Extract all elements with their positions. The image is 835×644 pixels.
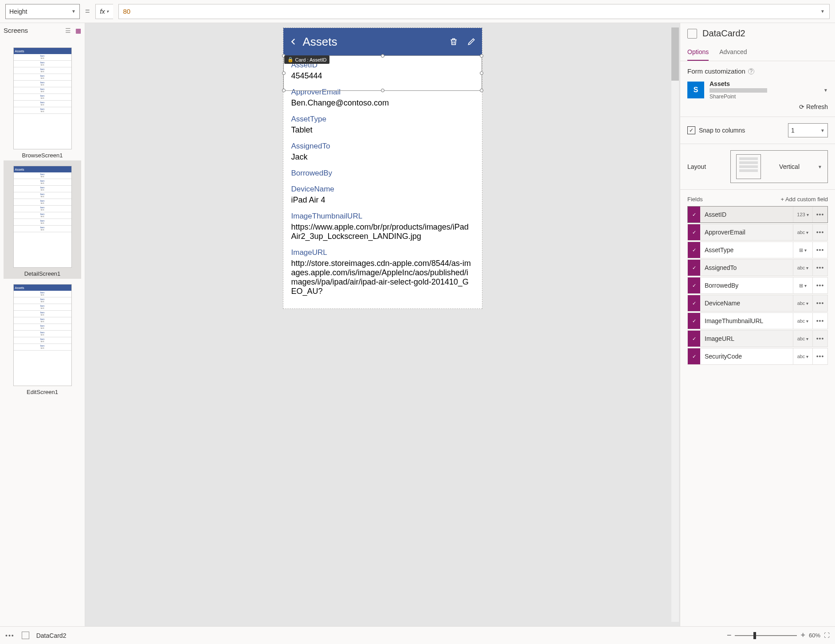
card-tooltip: 🔒 Card : AssetID xyxy=(284,55,330,64)
field-more-button[interactable]: ••• xyxy=(812,331,827,347)
property-name: Height xyxy=(9,8,27,15)
field-checkbox[interactable]: ✓ xyxy=(688,260,700,276)
screen-thumb-browsescreen1[interactable]: AssetsItemtextItemtextItemtextItemtextIt… xyxy=(4,42,81,160)
field-row[interactable]: ✓ ImageURL abc ▾ ••• xyxy=(687,330,828,347)
field-checkbox[interactable]: ✓ xyxy=(688,348,700,364)
field-type-dropdown[interactable]: 123 ▾ xyxy=(793,207,812,222)
field-more-button[interactable]: ••• xyxy=(812,224,827,240)
screen-thumb-detailscreen1[interactable]: AssetsItemtextItemtextItemtextItemtextIt… xyxy=(4,160,81,279)
field-type-dropdown[interactable]: abc ▾ xyxy=(793,348,812,364)
status-bar: ••• DataCard2 − + 60% ⛶ xyxy=(0,626,835,644)
field-type-dropdown[interactable]: ⊞ ▾ xyxy=(793,242,812,258)
refresh-button[interactable]: ⟳ Refresh xyxy=(687,103,828,110)
field-name: ApproverEmail xyxy=(700,229,793,236)
fx-button[interactable]: fx ▾ xyxy=(95,4,113,19)
field-name: AssignedTo xyxy=(700,264,793,271)
field-row[interactable]: ✓ AssetType ⊞ ▾ ••• xyxy=(687,242,828,258)
field-checkbox[interactable]: ✓ xyxy=(688,242,700,258)
list-view-icon[interactable]: ☰ xyxy=(65,27,71,34)
chevron-down-icon: ▼ xyxy=(820,128,825,133)
field-type-dropdown[interactable]: abc ▾ xyxy=(793,295,812,311)
field-row[interactable]: ✓ AssignedTo abc ▾ ••• xyxy=(687,259,828,276)
field-row[interactable]: ✓ DeviceName abc ▾ ••• xyxy=(687,295,828,312)
field-name: DeviceName xyxy=(700,300,793,307)
chevron-down-icon: ▼ xyxy=(820,9,825,14)
snap-checkbox[interactable]: ✓ Snap to columns xyxy=(687,126,745,134)
field-value: Jack xyxy=(291,152,474,162)
canvas-scrollbar[interactable] xyxy=(671,27,679,622)
phone-preview[interactable]: Assets 🔒 Card : AssetID xyxy=(283,27,482,309)
field-row[interactable]: ✓ SecurityCode abc ▾ ••• xyxy=(687,348,828,365)
screen-thumb-label: EditScreen1 xyxy=(12,389,73,395)
breadcrumb-checkbox[interactable] xyxy=(22,632,29,639)
field-more-button[interactable]: ••• xyxy=(812,242,827,258)
snap-label: Snap to columns xyxy=(699,127,745,134)
field-row[interactable]: ✓ ImageThumbnailURL abc ▾ ••• xyxy=(687,312,828,329)
back-icon[interactable] xyxy=(290,38,298,46)
datasource-type: SharePoint xyxy=(710,94,818,100)
field-name: ImageURL xyxy=(700,335,793,342)
field-type-dropdown[interactable]: abc ▾ xyxy=(793,331,812,347)
field-value: iPad Air 4 xyxy=(291,195,474,205)
preview-field[interactable]: ImageURLhttp://store.storeimages.cdn-app… xyxy=(291,248,474,296)
field-type-dropdown[interactable]: ⊞ ▾ xyxy=(793,277,812,293)
field-row[interactable]: ✓ ApproverEmail abc ▾ ••• xyxy=(687,224,828,241)
field-type-dropdown[interactable]: abc ▾ xyxy=(793,224,812,240)
fit-screen-icon[interactable]: ⛶ xyxy=(824,632,830,639)
field-label: ImageThumbnailURL xyxy=(291,212,474,221)
chevron-down-icon: ▾ xyxy=(106,9,109,14)
field-checkbox[interactable]: ✓ xyxy=(688,277,700,293)
field-row[interactable]: ✓ AssetID 123 ▾ ••• xyxy=(687,206,828,223)
formula-value: 80 xyxy=(123,8,131,15)
grid-view-icon[interactable]: ▦ xyxy=(75,27,81,34)
field-more-button[interactable]: ••• xyxy=(812,207,827,222)
field-more-button[interactable]: ••• xyxy=(812,260,827,276)
canvas-area[interactable]: Assets 🔒 Card : AssetID xyxy=(85,23,680,626)
property-dropdown[interactable]: Height ▼ xyxy=(5,4,80,19)
field-more-button[interactable]: ••• xyxy=(812,348,827,364)
field-checkbox[interactable]: ✓ xyxy=(688,313,700,329)
field-checkbox[interactable]: ✓ xyxy=(688,295,700,311)
screen-thumb-editscreen1[interactable]: AssetsItemtextItemtextItemtextItemtextIt… xyxy=(4,279,81,397)
help-icon[interactable]: ? xyxy=(748,68,754,74)
field-label: AssignedTo xyxy=(291,142,474,151)
edit-icon[interactable] xyxy=(467,37,476,47)
field-row[interactable]: ✓ BorrowedBy ⊞ ▾ ••• xyxy=(687,277,828,294)
field-checkbox[interactable]: ✓ xyxy=(688,224,700,240)
field-more-button[interactable]: ••• xyxy=(812,313,827,329)
field-type-dropdown[interactable]: abc ▾ xyxy=(793,313,812,329)
element-checkbox[interactable] xyxy=(687,29,697,39)
tab-options[interactable]: Options xyxy=(687,44,709,61)
panel-tabs: Options Advanced xyxy=(680,44,835,61)
preview-body: AssetID4545444ApproverEmailBen.Change@co… xyxy=(283,55,482,308)
chevron-down-icon: ▼ xyxy=(823,88,828,93)
field-checkbox[interactable]: ✓ xyxy=(688,331,700,347)
layout-label: Layout xyxy=(687,163,706,170)
preview-field[interactable]: AssignedToJack xyxy=(291,142,474,162)
preview-field[interactable]: BorrowedBy xyxy=(291,169,474,178)
field-checkbox[interactable]: ✓ xyxy=(688,207,700,222)
tab-advanced[interactable]: Advanced xyxy=(719,44,747,61)
add-field-button[interactable]: + Add custom field xyxy=(780,196,828,203)
layout-dropdown[interactable]: Vertical ▼ xyxy=(730,150,828,183)
formula-input[interactable]: 80 ▼ xyxy=(118,4,830,19)
preview-field[interactable]: AssetTypeTablet xyxy=(291,115,474,135)
zoom-out-button[interactable]: − xyxy=(727,631,732,640)
field-type-dropdown[interactable]: abc ▾ xyxy=(793,260,812,276)
preview-title: Assets xyxy=(303,35,337,49)
columns-dropdown[interactable]: 1 ▼ xyxy=(788,123,828,137)
datasource-selector[interactable]: S Assets SharePoint ▼ xyxy=(687,80,828,100)
zoom-slider[interactable] xyxy=(735,635,797,636)
breadcrumb[interactable]: DataCard2 xyxy=(36,632,67,639)
more-icon[interactable]: ••• xyxy=(5,632,15,639)
field-more-button[interactable]: ••• xyxy=(812,295,827,311)
zoom-in-button[interactable]: + xyxy=(800,631,805,640)
screens-panel-title: Screens xyxy=(4,27,28,34)
preview-field[interactable]: DeviceNameiPad Air 4 xyxy=(291,185,474,205)
field-value: Tablet xyxy=(291,125,474,135)
equals-sign: = xyxy=(85,7,90,16)
screens-panel: Screens ☰ ▦ AssetsItemtextItemtextItemte… xyxy=(0,23,85,626)
field-more-button[interactable]: ••• xyxy=(812,277,827,293)
trash-icon[interactable] xyxy=(449,37,458,47)
preview-field[interactable]: ImageThumbnailURLhttps://www.apple.com/b… xyxy=(291,212,474,241)
